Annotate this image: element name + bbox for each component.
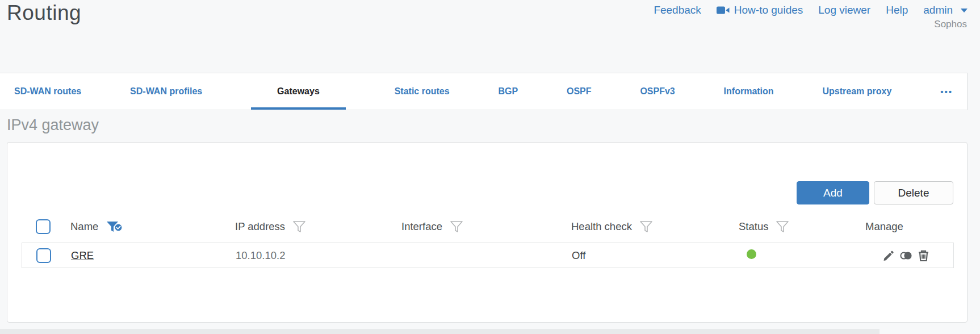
tab-upstream-proxy[interactable]: Upstream proxy [822,73,891,110]
howto-guides-label: How-to guides [734,4,803,16]
tab-ospf[interactable]: OSPF [567,73,592,110]
column-header-health-check: Health check [571,220,632,233]
row-checkbox[interactable] [36,248,51,263]
section-heading: IPv4 gateway [7,116,99,134]
status-indicator-green [747,249,756,259]
tabs-overflow-button[interactable]: ••• [940,73,953,110]
gateway-table-card: Add Delete Name IP address [7,142,968,323]
header-links: Feedback How-to guides Log viewer Help a… [654,4,968,16]
howto-guides-link[interactable]: How-to guides [717,4,803,16]
gateway-health-check: Off [572,249,739,262]
column-header-status: Status [739,220,768,233]
user-name: admin [923,4,953,16]
health-check-filter-icon[interactable] [640,221,652,232]
filter-active-badge [114,222,123,235]
tab-bgp[interactable]: BGP [498,73,518,110]
tab-gateways[interactable]: Gateways [251,73,346,110]
help-link[interactable]: Help [886,4,908,16]
gateway-name-link[interactable]: GRE [71,249,94,261]
chevron-down-icon [961,9,968,12]
clone-icon[interactable] [899,249,913,262]
user-menu[interactable]: admin [923,4,968,16]
tab-sd-wan-routes[interactable]: SD-WAN routes [14,73,81,110]
edit-pencil-icon[interactable] [882,249,895,262]
video-camera-icon [717,6,730,15]
tab-sd-wan-profiles[interactable]: SD-WAN profiles [130,73,202,110]
column-header-interface: Interface [401,220,442,233]
name-filter-icon[interactable] [106,221,119,232]
tab-bar: SD-WAN routes SD-WAN profiles Gateways S… [0,73,968,110]
column-header-manage: Manage [865,220,903,233]
interface-filter-icon[interactable] [450,221,463,232]
table-row: GRE 10.10.10.2 Off [22,243,954,268]
tab-ospfv3[interactable]: OSPFv3 [640,73,675,110]
gateway-ip-address: 10.10.10.2 [236,249,402,262]
tab-static-routes[interactable]: Static routes [395,73,450,110]
tab-information[interactable]: Information [724,73,774,110]
column-header-name: Name [70,220,98,233]
add-button[interactable]: Add [797,181,869,204]
delete-button[interactable]: Delete [874,181,953,204]
table-header-row: Name IP address [22,212,954,241]
page-title: Routing [7,1,81,25]
bottom-scroll-strip [0,329,880,334]
status-filter-icon[interactable] [776,221,789,232]
select-all-checkbox[interactable] [36,219,51,234]
manage-actions [882,249,953,262]
delete-trash-icon[interactable] [918,249,929,262]
brand-label: Sophos [934,19,967,30]
log-viewer-link[interactable]: Log viewer [818,4,870,16]
feedback-link[interactable]: Feedback [654,4,701,16]
column-header-ip-address: IP address [235,220,285,233]
ip-address-filter-icon[interactable] [293,221,305,232]
